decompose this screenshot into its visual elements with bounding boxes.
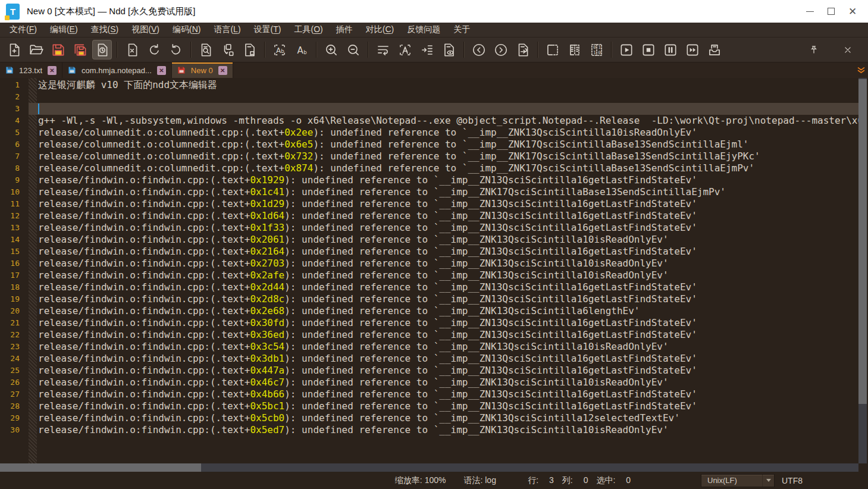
tab-overflow-button[interactable] — [856, 62, 866, 78]
editor-line[interactable]: 20release/findwin.o:findwin.cpp:(.text+0… — [0, 305, 858, 317]
menu-item-tools[interactable]: 工具(O) — [287, 23, 329, 36]
menu-item-about[interactable]: 关于 — [447, 23, 477, 36]
editor-line[interactable]: 16release/findwin.o:findwin.cpp:(.text+0… — [0, 258, 858, 269]
tab-com-hmja-notepad-[interactable]: com.hmja.notepad...✕ — [62, 62, 172, 78]
editor-line[interactable]: 22release/findwin.o:findwin.cpp:(.text+0… — [0, 329, 858, 341]
tab-label: New 0 — [191, 66, 213, 75]
binary-view-button[interactable]: 0110 — [587, 40, 606, 59]
editor-line[interactable]: 7release/columnedit.o:columnedit.cpp:(.t… — [0, 151, 858, 162]
editor-line[interactable]: 25release/findwin.o:findwin.cpp:(.text+0… — [0, 365, 858, 377]
undo-icon — [146, 42, 162, 58]
bookmark-document-button[interactable] — [240, 40, 259, 59]
editor-line[interactable]: 15release/findwin.o:findwin.cpp:(.text+0… — [0, 246, 858, 258]
menu-item-compare[interactable]: 对比(C) — [359, 23, 400, 36]
save-all-button[interactable] — [71, 40, 89, 59]
hex-offset: 0x5cb0 — [250, 412, 284, 424]
tab-123-txt[interactable]: 123.txt✕ — [0, 62, 62, 78]
editor-line[interactable]: 9release/findwin.o:findwin.cpp:(.text+0x… — [0, 174, 858, 186]
save-button[interactable] — [49, 40, 67, 59]
menu-item-feedback[interactable]: 反馈问题 — [400, 23, 447, 36]
close-button[interactable]: ✕ — [843, 2, 862, 20]
menu-item-search[interactable]: 查找(S) — [84, 23, 126, 36]
undo-button[interactable] — [145, 40, 163, 59]
open-folder-button[interactable] — [27, 40, 45, 59]
menu-item-plugins[interactable]: 插件 — [330, 23, 359, 36]
run-macro-button[interactable] — [617, 40, 635, 59]
editor-line[interactable]: 28release/findwin.o:findwin.cpp:(.text+0… — [0, 400, 858, 412]
menu-item-encoding[interactable]: 编码(N) — [166, 23, 207, 36]
playback-macro-button[interactable] — [683, 40, 701, 59]
editor-line[interactable]: 8release/columnedit.o:columnedit.cpp:(.t… — [0, 162, 858, 174]
zoom-out-button[interactable] — [344, 40, 362, 59]
indent-guide-button[interactable] — [418, 40, 436, 59]
editor-line[interactable]: 11release/findwin.o:findwin.cpp:(.text+0… — [0, 198, 858, 210]
maximize-button[interactable] — [822, 2, 841, 20]
vertical-scrollbar-thumb[interactable] — [858, 79, 867, 404]
word-wrap-button[interactable] — [374, 40, 392, 59]
export-document-button[interactable] — [705, 40, 723, 59]
font-size-increase-button[interactable]: Ab — [270, 40, 289, 59]
stop-macro-button[interactable] — [639, 40, 657, 59]
editor-line[interactable]: 24release/findwin.o:findwin.cpp:(.text+0… — [0, 353, 858, 365]
find-in-document-button[interactable] — [196, 40, 215, 59]
previous-document-button[interactable] — [469, 40, 488, 59]
editor-line[interactable]: 18release/findwin.o:findwin.cpp:(.text+0… — [0, 281, 858, 293]
next-document-button[interactable] — [491, 40, 510, 59]
new-file-button[interactable] — [5, 40, 23, 59]
editor-line[interactable]: 13release/findwin.o:findwin.cpp:(.text+0… — [0, 222, 858, 234]
menu-item-language[interactable]: 语言(L) — [207, 23, 247, 36]
editor-line[interactable]: 2 — [0, 91, 858, 103]
show-document-map-button[interactable] — [440, 40, 458, 59]
recent-history-button[interactable] — [93, 40, 111, 59]
editor-line[interactable]: 19release/findwin.o:findwin.cpp:(.text+0… — [0, 293, 858, 305]
tab-close-button[interactable]: ✕ — [48, 66, 57, 75]
pause-macro-button[interactable] — [661, 40, 679, 59]
redo-button[interactable] — [167, 40, 185, 59]
editor-line[interactable]: 26release/findwin.o:findwin.cpp:(.text+0… — [0, 377, 858, 388]
horizontal-scrollbar[interactable] — [0, 463, 868, 472]
editor-line[interactable]: 17release/findwin.o:findwin.cpp:(.text+0… — [0, 269, 858, 281]
compare-documents-button[interactable] — [565, 40, 584, 59]
editor-line[interactable]: 21release/findwin.o:findwin.cpp:(.text+0… — [0, 317, 858, 329]
menu-item-view[interactable]: 视图(V) — [125, 23, 166, 36]
eol-select[interactable]: Unix(LF) — [701, 474, 775, 487]
editor-line[interactable]: 27release/findwin.o:findwin.cpp:(.text+0… — [0, 388, 858, 400]
replace-in-document-button[interactable] — [218, 40, 237, 59]
editor-area[interactable]: 1这是银河麒麟 v10 下面的ndd文本编辑器234g++ -Wl,-s -Wl… — [0, 78, 868, 463]
minimize-button[interactable] — [800, 2, 819, 20]
editor-line[interactable]: 14release/findwin.o:findwin.cpp:(.text+0… — [0, 234, 858, 246]
hex-offset: 0x30fd — [250, 317, 284, 328]
hex-offset: 0x4b66 — [250, 388, 284, 400]
editor-line[interactable]: 10release/findwin.o:findwin.cpp:(.text+0… — [0, 186, 858, 198]
horizontal-scrollbar-thumb[interactable] — [0, 463, 201, 472]
editor-line[interactable]: 30release/findwin.o:findwin.cpp:(.text+0… — [0, 424, 858, 436]
split-view-button[interactable] — [543, 40, 562, 59]
editor-line[interactable]: 6release/columnedit.o:columnedit.cpp:(.t… — [0, 139, 858, 151]
editor-line[interactable]: 4g++ -Wl,-s -Wl,-subsystem,windows -mthr… — [0, 115, 858, 127]
editor-line[interactable]: 5release/columnedit.o:columnedit.cpp:(.t… — [0, 127, 858, 139]
editor-line[interactable]: 1这是银河麒麟 v10 下面的ndd文本编辑器 — [0, 79, 858, 91]
font-size-decrease-button[interactable]: Ab — [292, 40, 311, 59]
close-toolbar-button[interactable] — [838, 40, 857, 59]
app-icon[interactable]: T — [6, 4, 20, 20]
goto-document-button[interactable] — [513, 40, 532, 59]
menu-item-file[interactable]: 文件(F) — [3, 23, 43, 36]
svg-text:b: b — [281, 48, 284, 54]
zoom-in-button[interactable] — [322, 40, 340, 59]
menu-item-edit[interactable]: 编辑(E) — [43, 23, 84, 36]
show-all-characters-button[interactable] — [396, 40, 414, 59]
tab-close-button[interactable]: ✕ — [218, 66, 227, 75]
editor-line[interactable]: 29release/findwin.o:findwin.cpp:(.text+0… — [0, 412, 858, 424]
editor-line[interactable]: 12release/findwin.o:findwin.cpp:(.text+0… — [0, 210, 858, 222]
pin-toolbar-button[interactable] — [804, 40, 823, 59]
vertical-scrollbar[interactable] — [858, 78, 867, 463]
close-document-button[interactable] — [123, 40, 141, 59]
tab-new-0[interactable]: New 0✕ — [172, 62, 233, 78]
line-number: 30 — [0, 424, 29, 436]
tab-close-button[interactable]: ✕ — [157, 66, 166, 75]
editor-line-current[interactable]: 3 — [0, 103, 858, 115]
editor-line[interactable]: 23release/findwin.o:findwin.cpp:(.text+0… — [0, 341, 858, 353]
menu-item-settings[interactable]: 设置(T) — [247, 23, 288, 36]
hex-offset: 0x1c41 — [250, 186, 284, 198]
svg-text:A: A — [297, 45, 303, 55]
